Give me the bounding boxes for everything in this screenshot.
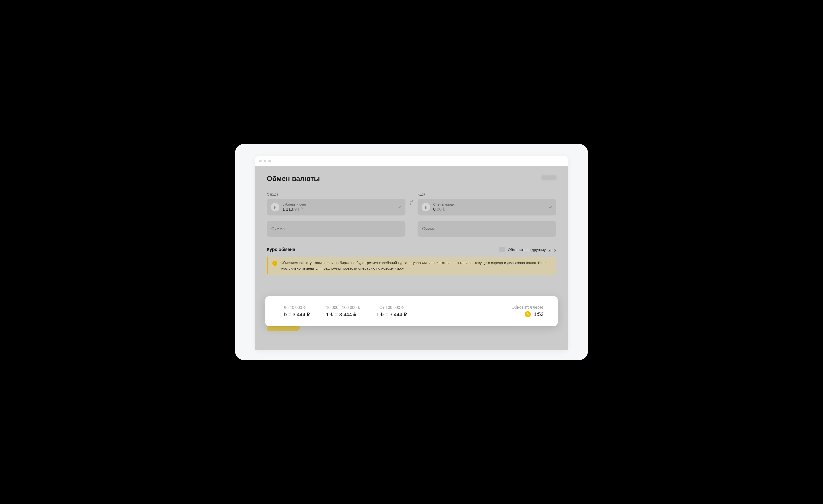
to-account-text: Счет в лирах 0,00 ₺ xyxy=(433,202,545,212)
rate-header: Курс обмена Обменять по другому курсу xyxy=(267,247,556,252)
chevron-down-icon xyxy=(397,205,401,209)
to-label: Куда xyxy=(418,192,556,196)
ruble-icon: ₽ xyxy=(271,203,279,211)
from-account-name: рублевый счет xyxy=(282,202,394,207)
tier-label: От 100 000 ₺ xyxy=(376,305,407,310)
to-account-balance: 0,00 ₺ xyxy=(433,207,545,212)
tier-rate: 1 ₺ = 3,444 ₽ xyxy=(279,311,310,317)
rate-heading: Курс обмена xyxy=(267,247,295,252)
to-column: Куда ₺ Счет в лирах 0,00 ₺ xyxy=(418,192,556,237)
from-amount-placeholder: Сумма xyxy=(271,226,285,231)
to-account-name: Счет в лирах xyxy=(433,202,545,207)
window-titlebar xyxy=(255,156,568,166)
to-amount-input[interactable]: Сумма xyxy=(418,221,556,237)
tier-rate: 1 ₺ = 3,444 ₽ xyxy=(376,311,407,317)
stage: Обмен валюты Откуда ₽ рублевый счет 1 11… xyxy=(235,144,588,360)
tier-rate: 1 ₺ = 3,444 ₽ xyxy=(326,311,360,317)
from-account-select[interactable]: ₽ рублевый счет 1 113,94 ₽ xyxy=(267,199,405,216)
lira-icon: ₺ xyxy=(422,203,430,211)
info-notice: ! Обменяем валюту, только если на бирже … xyxy=(267,257,556,275)
to-amount-placeholder: Сумма xyxy=(422,226,436,231)
window-dot xyxy=(268,160,271,162)
swap-icon xyxy=(408,199,415,206)
refresh-block: Обновится через 1:53 xyxy=(512,305,544,317)
refresh-label: Обновится через xyxy=(512,305,544,310)
accounts-row: Откуда ₽ рублевый счет 1 113,94 ₽ xyxy=(267,192,556,237)
alt-rate-label: Обменять по другому курсу xyxy=(508,247,556,252)
from-amount-input[interactable]: Сумма xyxy=(267,221,405,237)
checkbox-icon xyxy=(499,247,505,252)
from-column: Откуда ₽ рублевый счет 1 113,94 ₽ xyxy=(267,192,405,237)
from-account-balance: 1 113,94 ₽ xyxy=(282,207,394,212)
redacted-badge xyxy=(542,175,556,180)
clock-icon xyxy=(525,311,531,317)
window-dot xyxy=(259,160,262,162)
page-title: Обмен валюты xyxy=(267,175,556,183)
notice-text: Обменяем валюту, только если на бирже не… xyxy=(280,260,552,271)
window-dot xyxy=(264,160,266,162)
tier-label: До 10 000 ₺ xyxy=(279,305,310,310)
warning-icon: ! xyxy=(272,261,277,266)
browser-window: Обмен валюты Откуда ₽ рублевый счет 1 11… xyxy=(255,156,568,350)
from-account-text: рублевый счет 1 113,94 ₽ xyxy=(282,202,394,212)
alt-rate-checkbox[interactable]: Обменять по другому курсу xyxy=(499,247,556,252)
to-account-select[interactable]: ₺ Счет в лирах 0,00 ₺ xyxy=(418,199,556,216)
tier-label: 10 000 - 100 000 ₺ xyxy=(326,305,360,310)
rate-tiers-card: До 10 000 ₺ 1 ₺ = 3,444 ₽ 10 000 - 100 0… xyxy=(265,296,558,326)
rate-tier: 10 000 - 100 000 ₺ 1 ₺ = 3,444 ₽ xyxy=(326,305,360,317)
refresh-row: 1:53 xyxy=(512,311,544,317)
from-label: Откуда xyxy=(267,192,405,196)
rate-tier: До 10 000 ₺ 1 ₺ = 3,444 ₽ xyxy=(279,305,310,317)
swap-button[interactable] xyxy=(405,199,418,206)
chevron-down-icon xyxy=(548,205,552,209)
refresh-time: 1:53 xyxy=(534,311,544,317)
rate-tier: От 100 000 ₺ 1 ₺ = 3,444 ₽ xyxy=(376,305,407,317)
